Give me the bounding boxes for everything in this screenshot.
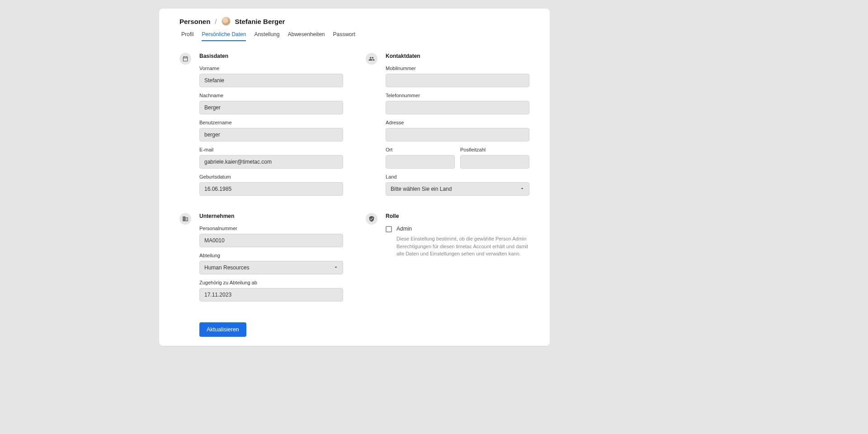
tab-passwort[interactable]: Passwort: [333, 31, 355, 41]
label-plz: Postleitzahl: [460, 147, 529, 152]
input-zugehoerig[interactable]: [199, 288, 343, 302]
label-telefon: Telefonnummer: [386, 93, 529, 98]
person-detail-card: Personen / Stefanie Berger Profil Persön…: [159, 9, 550, 346]
calendar-icon: [179, 53, 191, 65]
update-button[interactable]: Aktualisieren: [199, 322, 246, 337]
tab-profil[interactable]: Profil: [181, 31, 193, 41]
people-icon: [366, 53, 377, 65]
tab-anstellung[interactable]: Anstellung: [254, 31, 279, 41]
label-benutzername: Benutzername: [199, 120, 343, 125]
building-icon: [179, 213, 191, 225]
input-nachname[interactable]: [199, 101, 343, 114]
input-geburtsdatum[interactable]: [199, 182, 343, 196]
select-land[interactable]: [386, 182, 529, 196]
input-telefon[interactable]: [386, 101, 529, 114]
label-personalnummer: Personalnummer: [199, 226, 343, 231]
checkbox-admin[interactable]: [386, 226, 392, 232]
tab-abwesenheiten[interactable]: Abwesenheiten: [288, 31, 325, 41]
input-email[interactable]: [199, 155, 343, 169]
tabs: Profil Persönliche Daten Anstellung Abwe…: [179, 31, 529, 41]
section-title-kontaktdaten: Kontaktdaten: [386, 53, 529, 59]
breadcrumb-separator: /: [215, 18, 217, 25]
avatar: [222, 17, 231, 26]
breadcrumb-root[interactable]: Personen: [179, 18, 210, 25]
input-plz[interactable]: [460, 155, 529, 169]
form-columns: Basisdaten Vorname Nachname Benutzername: [179, 53, 529, 319]
section-unternehmen: Unternehmen Personalnummer Abteilung: [179, 213, 343, 307]
input-mobil[interactable]: [386, 74, 529, 87]
select-abteilung[interactable]: [199, 261, 343, 274]
section-rolle: Rolle Admin Diese Einstellung bestimmt, …: [366, 213, 529, 258]
section-title-rolle: Rolle: [386, 213, 529, 219]
label-adresse: Adresse: [386, 120, 529, 125]
input-personalnummer[interactable]: [199, 234, 343, 247]
label-vorname: Vorname: [199, 66, 343, 71]
section-kontaktdaten: Kontaktdaten Mobilnummer Telefonnummer A…: [366, 53, 529, 201]
shield-check-icon: [366, 213, 377, 225]
label-zugehoerig: Zugehörig zu Abteilung ab: [199, 280, 343, 285]
label-land: Land: [386, 174, 529, 179]
input-adresse[interactable]: [386, 128, 529, 142]
left-column: Basisdaten Vorname Nachname Benutzername: [179, 53, 343, 319]
label-nachname: Nachname: [199, 93, 343, 98]
section-title-basisdaten: Basisdaten: [199, 53, 343, 59]
label-email: E-mail: [199, 147, 343, 152]
label-ort: Ort: [386, 147, 455, 152]
label-admin: Admin: [396, 226, 412, 232]
input-benutzername[interactable]: [199, 128, 343, 142]
label-abteilung: Abteilung: [199, 253, 343, 258]
helper-admin: Diese Einstellung bestimmt, ob die gewäh…: [396, 235, 529, 258]
input-ort[interactable]: [386, 155, 455, 169]
section-title-unternehmen: Unternehmen: [199, 213, 343, 219]
label-geburtsdatum: Geburtsdatum: [199, 174, 343, 179]
breadcrumb-person-name: Stefanie Berger: [235, 18, 285, 25]
section-basisdaten: Basisdaten Vorname Nachname Benutzername: [179, 53, 343, 201]
label-mobil: Mobilnummer: [386, 66, 529, 71]
breadcrumb: Personen / Stefanie Berger: [179, 17, 529, 26]
tab-persoenliche-daten[interactable]: Persönliche Daten: [202, 31, 246, 41]
input-vorname[interactable]: [199, 74, 343, 87]
right-column: Kontaktdaten Mobilnummer Telefonnummer A…: [366, 53, 529, 319]
